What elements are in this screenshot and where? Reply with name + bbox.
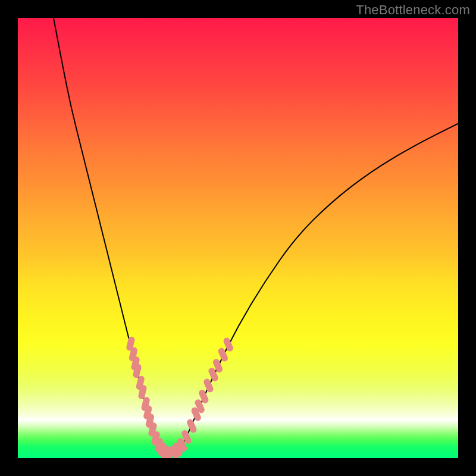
markers-left-group: [126, 336, 174, 458]
plot-area: [18, 18, 458, 458]
curve-svg: [18, 18, 458, 458]
bottleneck-curve: [54, 18, 458, 453]
marker-pill: [186, 418, 198, 434]
watermark-text: TheBottleneck.com: [356, 2, 470, 18]
markers-right-group: [168, 337, 234, 458]
chart-frame: TheBottleneck.com: [0, 0, 476, 476]
